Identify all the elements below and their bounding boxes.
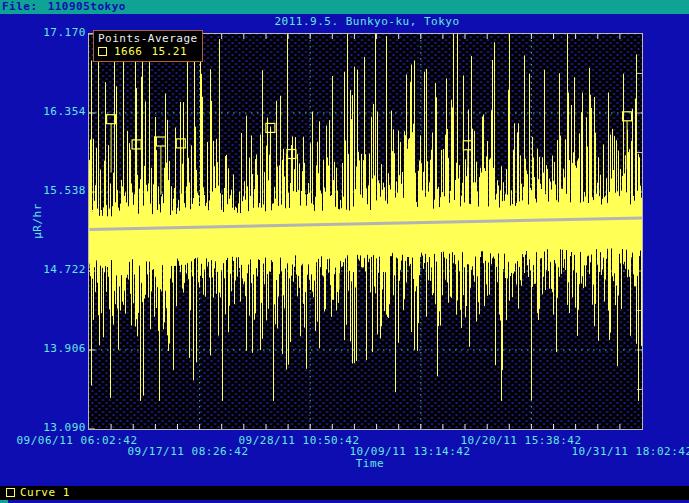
x-axis-title: Time xyxy=(340,457,400,470)
curve-label: Curve 1 xyxy=(20,486,70,499)
x-tick-label: 09/28/11 10:50:42 xyxy=(238,435,359,447)
legend-points-count: 1666 xyxy=(114,45,143,58)
file-bar-label: File: xyxy=(2,0,38,13)
chart-title: 2011.9.5. Bunkyo-ku, Tokyo xyxy=(45,15,689,28)
legend-box[interactable]: Points-Average 166615.21 xyxy=(93,30,203,62)
y-axis-title: μR/hr xyxy=(31,191,45,251)
y-tick-label: 16.354 xyxy=(22,106,86,118)
legend-average-value: 15.21 xyxy=(152,45,188,58)
x-tick-label: 10/09/11 13:14:42 xyxy=(349,446,470,458)
y-tick-label: 15.538 xyxy=(22,185,86,197)
plot-area xyxy=(88,33,643,430)
curve-marker-square-icon xyxy=(6,488,15,497)
y-tick-label: 13.090 xyxy=(22,422,86,434)
y-tick-label: 13.906 xyxy=(22,343,86,355)
file-title-bar[interactable]: File:110905tokyo xyxy=(0,0,689,14)
y-tick-label: 14.722 xyxy=(22,264,86,276)
x-tick-label: 10/31/11 18:02:42 xyxy=(571,446,689,458)
status-bar[interactable]: Curve 1 xyxy=(0,486,689,500)
y-tick-label: 17.170 xyxy=(22,27,86,39)
x-tick-label: 10/20/11 15:38:42 xyxy=(460,435,581,447)
legend-marker-square-icon xyxy=(98,47,107,56)
file-name: 110905tokyo xyxy=(48,0,126,13)
chart-canvas xyxy=(89,34,642,429)
x-tick-label: 09/06/11 06:02:42 xyxy=(16,435,137,447)
legend-row: 166615.21 xyxy=(98,45,198,59)
legend-title: Points-Average xyxy=(98,32,198,45)
x-tick-label: 09/17/11 08:26:42 xyxy=(127,446,248,458)
